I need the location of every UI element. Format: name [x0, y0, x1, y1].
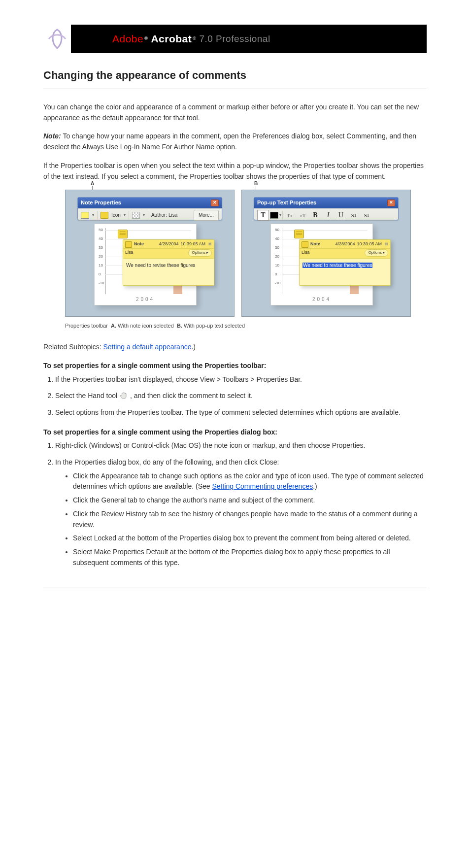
note-sticky-icon[interactable]	[294, 230, 304, 238]
chevron-down-icon[interactable]: ▾	[279, 212, 281, 218]
underline-button[interactable]: U	[335, 210, 347, 221]
page-title: Changing the appearance of comments	[43, 67, 427, 84]
ytick: 20	[99, 254, 103, 260]
commenting-prefs-link[interactable]: Setting Commenting preferences	[212, 482, 313, 490]
popup-time: 10:39:05 AM	[357, 241, 382, 248]
ytick: 50	[99, 227, 103, 233]
banner-title: Adobe® Acrobat® 7.0 Professional	[112, 25, 270, 53]
popup-body[interactable]: We need to revise these figures	[123, 259, 214, 285]
note-popup[interactable]: Note 4/28/2004 10:39:05 AM ⊠ Lisa Option…	[123, 239, 214, 285]
related-subtopics-link[interactable]: Setting a default appearance	[103, 343, 191, 351]
popup-close-icon[interactable]: ⊠	[208, 241, 212, 247]
play-icon: ▸	[206, 250, 208, 256]
chevron-down-icon[interactable]: ▾	[124, 212, 126, 218]
color-swatch[interactable]	[81, 212, 89, 219]
version-text: 7.0 Professional	[199, 32, 270, 46]
title-rule	[43, 89, 427, 89]
size-smaller-button[interactable]: Tᴛ	[284, 210, 296, 221]
ytick: 0	[275, 271, 277, 277]
ytick: 50	[275, 227, 279, 233]
figure-b: B Pop-up Text Properties ✕ T ▾ Tᴛ ᴛT B	[241, 190, 411, 317]
size-larger-button[interactable]: ᴛT	[297, 210, 308, 221]
popup-type-label: Note	[134, 241, 144, 248]
bottom-rule	[43, 588, 427, 588]
note-text: To change how your name appears in the c…	[43, 132, 416, 151]
chart-xlabel: 2004	[95, 296, 196, 303]
popup-type-label: Note	[310, 241, 320, 248]
popup-date: 4/28/2004	[159, 241, 178, 248]
bold-button[interactable]: B	[309, 210, 321, 221]
ytick: 20	[275, 254, 279, 260]
related-subtopics-label: Related Subtopics:	[43, 343, 101, 351]
popup-author: Lisa	[302, 249, 310, 256]
close-icon[interactable]: ✕	[211, 200, 219, 206]
hand-tool-icon	[119, 391, 128, 400]
opacity-swatch-icon[interactable]	[132, 212, 140, 219]
ytick: 30	[99, 245, 103, 251]
step-a-2-post: , and then click the comment to select i…	[130, 392, 253, 400]
adobe-reg: ®	[144, 35, 148, 42]
ytick: 40	[275, 236, 279, 242]
ytick: -10	[275, 280, 281, 286]
popup-text-properties-title: Pop-up Text Properties	[257, 199, 316, 207]
popup-body[interactable]: We need to revise these figures	[300, 259, 390, 285]
play-icon: ▸	[383, 250, 385, 256]
note-properties-toolbar[interactable]: Note Properties ✕ ▾ Icon▾ ▾ Author: Lisa…	[77, 197, 222, 220]
ytick: 0	[99, 271, 101, 277]
options-button[interactable]: Options ▸	[365, 249, 388, 256]
caption-b-text: With pop-up text selected	[184, 323, 245, 329]
icon-dropdown-label[interactable]: Icon	[111, 211, 121, 219]
step-b-opt-4: Select Locked at the bottom of the Prope…	[73, 533, 427, 544]
chevron-down-icon[interactable]: ▾	[143, 212, 145, 218]
popup-author: Lisa	[125, 249, 134, 256]
note-popup[interactable]: Note 4/28/2004 10:39:05 AM ⊠ Lisa Option…	[299, 239, 391, 285]
popup-close-icon[interactable]: ⊠	[385, 241, 388, 247]
italic-button[interactable]: I	[322, 210, 334, 221]
superscript-button[interactable]: S1	[348, 210, 360, 221]
step-a-1: If the Properties toolbar isn't displaye…	[55, 374, 427, 385]
acrobat-reg: ®	[193, 35, 196, 42]
ytick: 10	[275, 263, 279, 268]
intro-paragraph-2: If the Properties toolbar is open when y…	[43, 161, 427, 182]
step-b-1: Right-click (Windows) or Control-click (…	[55, 440, 427, 451]
close-icon[interactable]: ✕	[387, 200, 395, 206]
caption-b-label: B.	[177, 323, 182, 329]
text-color-swatch[interactable]	[270, 212, 278, 219]
subhead-properties-dialog: To set properties for a single comment u…	[43, 427, 427, 438]
note-properties-title: Note Properties	[81, 199, 121, 207]
intro-note: Note: To change how your name appears in…	[43, 131, 427, 152]
caption-lead: Properties toolbar	[65, 323, 108, 329]
options-button[interactable]: Options ▸	[188, 249, 212, 256]
note-sticky-icon[interactable]	[118, 230, 128, 238]
caption-a-label: A.	[111, 323, 116, 329]
steps-b: Right-click (Windows) or Control-click (…	[43, 440, 427, 568]
step-b-opt-5: Select Make Properties Default at the bo…	[73, 547, 427, 568]
popup-text-properties-toolbar[interactable]: Pop-up Text Properties ✕ T ▾ Tᴛ ᴛT B I U…	[254, 197, 399, 220]
step-b-opt-3: Click the Review History tab to see the …	[73, 509, 427, 530]
note-mini-icon	[125, 241, 132, 248]
author-label: Author: Lisa	[151, 211, 177, 219]
chevron-down-icon[interactable]: ▾	[92, 212, 94, 218]
steps-a: If the Properties toolbar isn't displaye…	[43, 374, 427, 418]
font-menu-button[interactable]: T	[257, 210, 269, 221]
more-button[interactable]: More...	[194, 210, 219, 221]
related-subtopics-line: Related Subtopics: Setting a default app…	[43, 342, 427, 353]
subscript-button[interactable]: S1	[361, 210, 372, 221]
intro-paragraph-1: You can change the color and appearance …	[43, 102, 427, 123]
step-a-3: Select options from the Properties toolb…	[55, 407, 427, 418]
step-b-2-intro: In the Properties dialog box, do any of …	[55, 458, 279, 466]
popup-date: 4/28/2004	[335, 241, 355, 248]
step-b-2: In the Properties dialog box, do any of …	[55, 457, 427, 568]
note-icon-tiny-icon	[101, 212, 108, 219]
popup-selected-text: We need to revise these figures	[302, 263, 372, 268]
caption-a-text: With note icon selected	[118, 323, 174, 329]
step-a-2-pre: Select the Hand tool	[55, 392, 119, 400]
adobe-word: Adobe	[112, 31, 143, 47]
app-banner: Adobe® Acrobat® 7.0 Professional	[43, 25, 427, 53]
ytick: -10	[99, 280, 104, 286]
figure-a: A Note Properties ✕ ▾ Icon▾ ▾	[65, 190, 235, 317]
note-label: Note:	[43, 132, 61, 140]
subhead-properties-toolbar: To set properties for a single comment u…	[43, 361, 427, 371]
related-subtopics-after: .)	[191, 343, 196, 351]
popup-time: 10:39:05 AM	[180, 241, 205, 248]
